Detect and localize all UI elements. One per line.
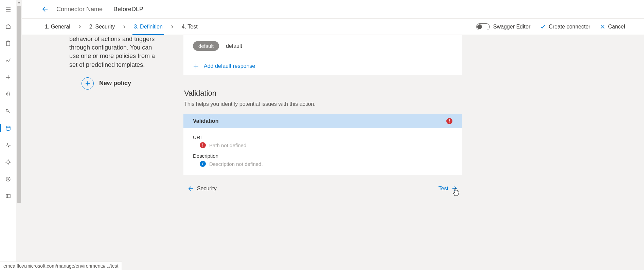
- cancel-button[interactable]: Cancel: [600, 24, 625, 30]
- validation-url-label: URL: [193, 134, 452, 140]
- plus-icon: [193, 63, 199, 69]
- svg-point-3: [6, 126, 10, 128]
- definition-column: default default Add default response Val…: [183, 35, 462, 270]
- error-icon: !: [200, 142, 206, 148]
- arrow-left-icon: [187, 185, 194, 192]
- validation-header-label: Validation: [193, 118, 219, 124]
- next-test-link[interactable]: Test: [439, 185, 459, 192]
- validation-url-text: Path not defined.: [209, 142, 248, 148]
- svg-rect-7: [6, 194, 10, 198]
- solutions-icon[interactable]: [3, 174, 14, 185]
- nav-scrollbar[interactable]: [16, 0, 22, 270]
- content-area: behavior of actions and triggers through…: [22, 35, 644, 270]
- scroll-thumb[interactable]: [17, 6, 21, 203]
- chevron-right-icon: [74, 25, 85, 29]
- validation-header[interactable]: Validation !: [183, 114, 462, 128]
- ai-icon[interactable]: [3, 157, 14, 168]
- main-area: Connector Name BeforeDLP 1. General 2. S…: [22, 0, 644, 270]
- validation-section-title: Validation: [184, 89, 462, 98]
- header-row: Connector Name BeforeDLP: [22, 0, 644, 19]
- prev-link-label: Security: [197, 186, 217, 192]
- add-default-response-label: Add default response: [204, 63, 255, 69]
- policy-column: behavior of actions and triggers through…: [41, 35, 170, 270]
- validation-desc-message: i Description not defined.: [200, 161, 452, 167]
- swagger-label: Swagger Editor: [493, 24, 530, 30]
- home-icon[interactable]: [3, 21, 14, 32]
- puzzle-icon[interactable]: [3, 89, 14, 100]
- swagger-toggle[interactable]: [476, 23, 490, 30]
- error-icon: !: [446, 118, 452, 124]
- new-policy-button[interactable]: New policy: [82, 77, 170, 90]
- tab-test[interactable]: 4. Test: [178, 19, 202, 35]
- svg-point-4: [7, 161, 10, 163]
- chevron-right-icon: [119, 25, 130, 29]
- validation-section-desc: This helps you identify potential issues…: [184, 101, 462, 107]
- svg-point-6: [7, 178, 9, 180]
- policy-description: behavior of actions and triggers through…: [41, 35, 170, 69]
- tab-general[interactable]: 1. General: [41, 19, 74, 35]
- tabs-row: 1. General 2. Security 3. Definition 4. …: [22, 19, 644, 35]
- plus-icon[interactable]: [3, 72, 14, 83]
- validation-body: URL ! Path not defined. Description i De…: [183, 128, 462, 175]
- tab-security[interactable]: 2. Security: [85, 19, 119, 35]
- cancel-label: Cancel: [608, 24, 625, 30]
- create-connector-button[interactable]: Create connector: [540, 24, 590, 30]
- default-label: default: [226, 43, 242, 49]
- add-default-response-button[interactable]: Add default response: [183, 57, 462, 75]
- connector-name-value: BeforeDLP: [113, 6, 143, 13]
- validation-desc-text: Description not defined.: [209, 161, 263, 167]
- scroll-up-icon[interactable]: [16, 0, 22, 5]
- hamburger-icon[interactable]: [3, 4, 14, 15]
- next-link-label: Test: [439, 186, 448, 192]
- clipboard-icon[interactable]: [3, 38, 14, 49]
- tab-definition[interactable]: 3. Definition: [130, 19, 167, 35]
- prev-security-link[interactable]: Security: [187, 185, 217, 192]
- info-icon: i: [200, 161, 206, 167]
- status-bar-url: emea.flow.microsoft.com/manage/environme…: [0, 262, 122, 270]
- connector-name-label: Connector Name: [56, 6, 103, 13]
- default-pill[interactable]: default: [193, 41, 219, 51]
- arrow-right-icon: [452, 185, 459, 192]
- back-button[interactable]: [41, 5, 48, 13]
- check-icon: [540, 24, 546, 30]
- close-icon: [600, 24, 605, 30]
- new-policy-label: New policy: [99, 79, 131, 88]
- validation-url-message: ! Path not defined.: [200, 142, 452, 148]
- data-icon[interactable]: [3, 123, 14, 134]
- bottom-nav: Security Test: [183, 185, 462, 195]
- monitor-icon[interactable]: [3, 140, 14, 151]
- connector-icon[interactable]: [3, 106, 14, 117]
- default-response-card: default default: [183, 35, 462, 57]
- left-nav-rail: [0, 0, 16, 270]
- flow-icon[interactable]: [3, 55, 14, 66]
- create-connector-label: Create connector: [549, 24, 590, 30]
- chevron-right-icon: [167, 25, 178, 29]
- plus-circle-icon: [82, 77, 94, 90]
- validation-desc-label: Description: [193, 153, 452, 159]
- collapse-icon[interactable]: [3, 191, 14, 201]
